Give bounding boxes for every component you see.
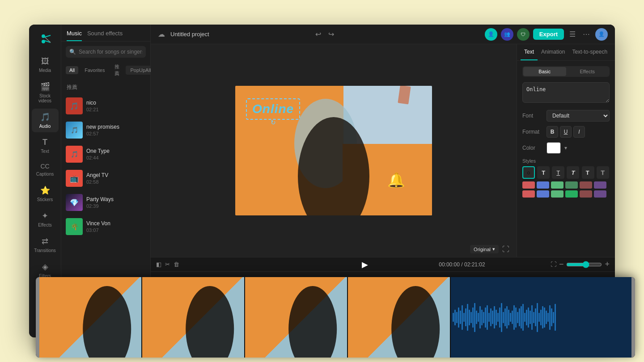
list-item[interactable]: 🎵 new promises 02:57 <box>61 118 150 142</box>
italic-button[interactable]: I <box>573 126 585 138</box>
track-info: Vince Von 03:07 <box>86 220 146 233</box>
bold-button[interactable]: B <box>547 126 558 138</box>
track-thumbnail: 💎 <box>66 194 83 211</box>
search-bar[interactable]: 🔍 <box>66 46 146 58</box>
right-panel-content: Basic Effects Online Font Default <box>517 61 615 257</box>
stock-icon: 🎬 <box>40 82 50 92</box>
style-3[interactable]: T <box>567 166 579 179</box>
zoom-slider[interactable] <box>566 261 602 268</box>
project-title: Untitled project <box>170 31 308 38</box>
list-item[interactable]: 🎵 One Type 02:44 <box>61 142 150 166</box>
style-none[interactable]: ○ <box>522 166 535 179</box>
styles-grid: ○ T T T T T <box>522 166 610 179</box>
style-color-8[interactable] <box>537 190 549 198</box>
sidebar-item-captions[interactable]: CC Captions <box>32 159 59 180</box>
overlay-text: Online <box>252 102 294 116</box>
track-thumbnail: 🎵 <box>66 146 83 163</box>
text-content-input[interactable]: Online <box>522 82 610 103</box>
font-select[interactable]: Default <box>547 110 610 122</box>
sidebar-item-stickers[interactable]: ⭐ Stickers <box>32 182 59 206</box>
filter-all[interactable]: All <box>66 66 78 74</box>
avatar-primary[interactable]: 👤 <box>485 28 497 41</box>
rotate-handle[interactable]: ↻ <box>271 119 276 126</box>
style-1[interactable]: T <box>537 166 550 179</box>
layout-icon-button[interactable]: ☰ <box>568 28 577 40</box>
track-thumbnail: 📺 <box>66 170 83 187</box>
fullscreen-button[interactable]: ⛶ <box>502 245 509 253</box>
effects-icon: ✦ <box>42 211 48 221</box>
filter-favorites[interactable]: Favorites <box>81 66 108 74</box>
style-color-2[interactable] <box>537 181 549 189</box>
search-input[interactable] <box>79 49 142 55</box>
list-item[interactable]: 📺 Angel TV 02:58 <box>61 166 150 190</box>
thumbnail-strip <box>36 277 635 358</box>
captions-icon: CC <box>40 163 49 170</box>
sidebar-item-effects[interactable]: ✦ Effects <box>32 207 59 231</box>
track-info: One Type 02:44 <box>86 148 146 160</box>
cloud-icon: ☁ <box>158 30 165 38</box>
play-button[interactable]: ▶ <box>362 260 368 269</box>
text-overlay[interactable]: Online ↻ <box>246 98 300 120</box>
app-logo[interactable] <box>37 31 53 47</box>
track-info: Party Ways 02:39 <box>86 196 146 209</box>
sidebar-item-stock[interactable]: 🎬 Stock videos <box>32 78 59 107</box>
style-color-1[interactable] <box>522 181 535 189</box>
style-4[interactable]: T <box>582 166 594 179</box>
undo-button[interactable]: ↩ <box>314 28 323 40</box>
style-color-5[interactable] <box>580 181 592 189</box>
tab-animation[interactable]: Animation <box>538 44 568 60</box>
redo-button[interactable]: ↪ <box>326 28 336 40</box>
list-item[interactable]: 💎 Party Ways 02:39 <box>61 190 150 215</box>
sidebar-item-audio[interactable]: 🎵 Audio <box>32 109 59 132</box>
delete-button[interactable]: 🗑 <box>174 261 179 268</box>
style-color-3[interactable] <box>551 181 564 189</box>
user-avatar[interactable]: 👤 <box>595 28 608 41</box>
tab-tts[interactable]: Text-to-speech <box>568 44 611 60</box>
style-5[interactable]: T <box>597 166 609 179</box>
style-color-12[interactable] <box>594 190 606 198</box>
style-color-11[interactable] <box>580 190 592 198</box>
filter-recommended[interactable]: 推薦 <box>111 62 123 78</box>
content-area: 🔔 Online ↻ Original ▾ <box>151 44 615 257</box>
style-2[interactable]: T <box>552 166 564 179</box>
color-swatch[interactable] <box>547 142 561 154</box>
scissors-button[interactable]: ✂ <box>165 261 170 268</box>
color-dropdown-arrow[interactable]: ▾ <box>564 145 567 151</box>
zoom-fit-button[interactable]: ⛶ <box>551 261 556 268</box>
style-color-10[interactable] <box>565 190 578 198</box>
svg-point-1 <box>42 40 45 43</box>
avatar-secondary[interactable]: 👥 <box>501 28 513 41</box>
sidebar-item-transitions[interactable]: ⇄ Transitions <box>32 233 59 257</box>
zoom-out-button[interactable]: − <box>559 260 564 269</box>
section-label: 推薦 <box>61 82 150 94</box>
list-item[interactable]: 🌴 Vince Von 03:07 <box>61 215 150 239</box>
svg-line-2 <box>45 35 51 37</box>
style-color-4[interactable] <box>565 181 578 189</box>
time-display: 00:00:00 / 02:21:02 <box>377 261 547 268</box>
text-icon: T <box>42 138 47 147</box>
underline-button[interactable]: U <box>560 126 572 138</box>
aspect-ratio-button[interactable]: Original ▾ <box>470 245 499 253</box>
list-item[interactable]: 🎵 nico 02:21 <box>61 94 150 118</box>
tab-sound-effects[interactable]: Sound effects <box>87 30 123 41</box>
track-thumbnail: 🎵 <box>66 122 83 139</box>
style-color-7[interactable] <box>522 190 535 198</box>
style-color-9[interactable] <box>551 190 564 198</box>
subtab-effects[interactable]: Effects <box>566 67 609 76</box>
more-icon-button[interactable]: ⋯ <box>581 28 592 40</box>
strip-right-handle[interactable] <box>631 277 635 358</box>
audio-icon: 🎵 <box>40 112 50 122</box>
clip-icon-button[interactable]: ◧ <box>156 261 161 268</box>
export-button[interactable]: Export <box>533 29 564 40</box>
subtab-basic[interactable]: Basic <box>523 67 566 76</box>
sidebar-item-media[interactable]: 🖼 Media <box>32 53 59 76</box>
tab-text[interactable]: Text <box>521 44 538 60</box>
strip-left-handle[interactable] <box>36 277 39 358</box>
right-panel: Text Animation Text-to-speech Basic Effe… <box>517 44 615 257</box>
font-row: Font Default <box>522 110 610 122</box>
style-color-6[interactable] <box>594 181 606 189</box>
avatar-shield[interactable]: 🛡 <box>517 28 530 41</box>
zoom-in-button[interactable]: + <box>605 260 610 269</box>
sidebar-item-text[interactable]: T Text <box>32 134 59 157</box>
tab-music[interactable]: Music <box>67 30 82 41</box>
